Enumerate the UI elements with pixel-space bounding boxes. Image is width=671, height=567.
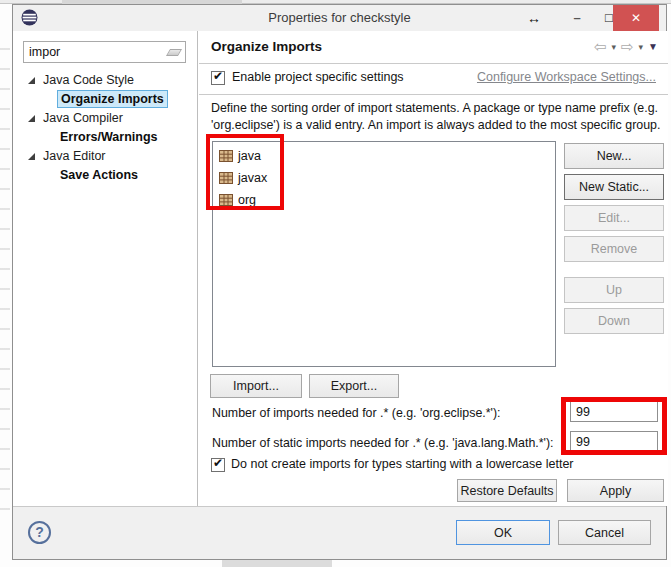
lowercase-types-checkbox[interactable] <box>211 458 225 472</box>
tree-item-save-actions[interactable]: Save Actions <box>13 166 195 185</box>
view-menu-icon[interactable]: ▼ <box>648 38 658 56</box>
configure-workspace-link[interactable]: Configure Workspace Settings... <box>477 70 656 84</box>
dialog-footer: ? OK Cancel <box>13 506 666 559</box>
close-button[interactable]: ✕ <box>613 5 659 31</box>
cancel-button[interactable]: Cancel <box>558 520 651 545</box>
static-imports-threshold-input[interactable] <box>570 431 658 452</box>
static-imports-threshold-label: Number of static imports needed for .* (… <box>212 436 554 450</box>
background-bottom-fragment <box>222 560 332 567</box>
background-left-fragment <box>0 30 10 510</box>
expand-triangle-icon[interactable] <box>28 153 35 160</box>
forward-menu-icon[interactable]: ▾ <box>639 38 644 56</box>
tree-item-label-selected: Organize Imports <box>57 90 168 108</box>
section-divider <box>199 94 668 95</box>
main-panel: Organize Imports ⇦ ▾ ⇨ ▾ ▼ Enable projec… <box>199 31 668 506</box>
lowercase-types-label: Do not create imports for types starting… <box>231 457 574 471</box>
header-divider <box>199 63 668 64</box>
list-item-javax[interactable]: javax <box>213 167 555 189</box>
sidebar: Java Code Style Organize Imports Java Co… <box>13 31 198 506</box>
export-button[interactable]: Export... <box>309 374 399 398</box>
tree-item-label: Errors/Warnings <box>57 129 160 145</box>
properties-dialog: Properties for checkstyle ↔ – □ ✕ Java C… <box>12 4 667 560</box>
package-icon <box>219 149 233 163</box>
back-menu-icon[interactable]: ▾ <box>611 38 616 56</box>
title-bar[interactable]: Properties for checkstyle ↔ – □ ✕ <box>13 5 666 31</box>
package-icon <box>219 193 233 207</box>
filter-input[interactable] <box>24 42 162 62</box>
tree-item-organize-imports[interactable]: Organize Imports <box>13 90 195 109</box>
restore-icon[interactable]: ↔ <box>521 5 547 31</box>
remove-button[interactable]: Remove <box>564 236 664 262</box>
apply-button[interactable]: Apply <box>567 479 664 502</box>
history-navigation: ⇦ ▾ ⇨ ▾ ▼ <box>594 38 658 56</box>
package-icon <box>219 171 233 185</box>
imports-threshold-label: Number of imports needed for .* (e.g. 'o… <box>212 406 500 420</box>
tree-item-label: Java Compiler <box>43 111 123 125</box>
tree-item-java-code-style[interactable]: Java Code Style <box>13 71 195 90</box>
enable-project-settings-label: Enable project specific settings <box>232 70 404 84</box>
imports-threshold-input[interactable] <box>570 401 658 422</box>
ok-button[interactable]: OK <box>456 520 550 545</box>
enable-project-settings-checkbox[interactable] <box>211 71 225 85</box>
expand-triangle-icon[interactable] <box>28 115 35 122</box>
forward-arrow-icon[interactable]: ⇨ <box>621 38 634 56</box>
description-text: Define the sorting order of import state… <box>211 100 663 133</box>
help-icon[interactable]: ? <box>28 521 51 544</box>
tree-item-errors-warnings[interactable]: Errors/Warnings <box>13 128 195 147</box>
tree-item-label: Java Editor <box>43 149 106 163</box>
list-item-label: org <box>238 193 256 207</box>
page-title: Organize Imports <box>211 39 322 54</box>
list-item-label: java <box>238 149 261 163</box>
import-order-list[interactable]: java javax <box>212 141 556 367</box>
clear-filter-icon[interactable] <box>166 49 182 56</box>
tree-item-java-editor[interactable]: Java Editor <box>13 147 195 166</box>
tree-item-label: Java Code Style <box>43 73 134 87</box>
expand-triangle-icon[interactable] <box>28 77 35 84</box>
tree-item-java-compiler[interactable]: Java Compiler <box>13 109 195 128</box>
new-static-button[interactable]: New Static... <box>564 174 664 200</box>
edit-button[interactable]: Edit... <box>564 205 664 231</box>
up-button[interactable]: Up <box>564 277 664 303</box>
preferences-tree: Java Code Style Organize Imports Java Co… <box>13 71 195 185</box>
restore-defaults-button[interactable]: Restore Defaults <box>457 479 557 502</box>
filter-box <box>23 41 186 63</box>
list-item-java[interactable]: java <box>213 145 555 167</box>
down-button[interactable]: Down <box>564 308 664 334</box>
back-arrow-icon[interactable]: ⇦ <box>594 38 607 56</box>
tree-item-label: Save Actions <box>57 167 141 183</box>
list-item-org[interactable]: org <box>213 189 555 211</box>
new-button[interactable]: New... <box>564 143 664 169</box>
screen: Properties for checkstyle ↔ – □ ✕ Java C… <box>0 0 671 567</box>
list-item-label: javax <box>238 171 267 185</box>
minimize-button[interactable]: – <box>565 5 589 31</box>
import-button[interactable]: Import... <box>210 374 302 398</box>
